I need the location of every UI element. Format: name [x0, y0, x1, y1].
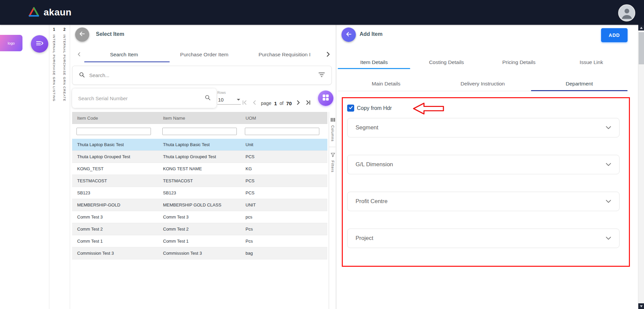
subtab-label: Delivery Instruction [461, 81, 505, 87]
topbar: akaun [0, 0, 644, 25]
item-details-subtabs: Main Details Delivery Instruction Depart… [338, 76, 628, 91]
last-page-icon[interactable] [305, 99, 312, 108]
tab-label: Item Details [360, 59, 388, 65]
serial-number-search-box [72, 88, 216, 108]
serial-number-input[interactable] [77, 95, 204, 102]
cell-item-code: Comm Test 1 [72, 235, 158, 247]
subtab-main-details[interactable]: Main Details [338, 76, 434, 91]
table-row[interactable]: SB123 SB123 PCS [72, 187, 327, 199]
of-word: of [280, 101, 284, 106]
sidebar-collapse-button[interactable] [31, 35, 48, 53]
copy-from-hdr-checkbox[interactable] [347, 105, 354, 112]
field-label: Profit Centre [356, 198, 387, 205]
filter-list-icon[interactable] [318, 71, 325, 79]
tab-costing-details[interactable]: Costing Details [410, 56, 483, 69]
annotation-arrow-icon [412, 102, 445, 117]
cell-item-code: Comm Test 3 [72, 211, 158, 223]
select-item-back-button[interactable] [75, 27, 89, 42]
table-row[interactable]: MEMBERSHIP-GOLD MEMBERSHIP GOLD CLASS UN… [72, 199, 327, 211]
brand-triangle-icon [28, 7, 40, 18]
column-header-item-code[interactable]: Item Code [72, 112, 158, 124]
workspace-tab-label: INTERNAL PURCHASE GRN CREATE [63, 35, 66, 102]
tab-item-details[interactable]: Item Details [338, 56, 410, 69]
next-page-icon[interactable] [294, 99, 302, 108]
cell-item-code: Comm Test 2 [72, 223, 158, 235]
filters-rail-label[interactable]: Filters [331, 161, 335, 173]
field-label: Project [356, 235, 373, 242]
check-icon [348, 105, 353, 111]
search-icon [78, 71, 85, 79]
table-row[interactable]: Comm Test 3 Comm Test 3 pcs [72, 211, 327, 223]
add-item-tabs: Item Details Costing Details Pricing Det… [338, 56, 628, 69]
total-pages: 70 [286, 101, 292, 106]
column-header-uom[interactable]: UOM [240, 112, 327, 124]
add-button[interactable]: ADD [601, 28, 628, 42]
cell-item-code: Commission Test 3 [72, 247, 158, 259]
tab-search-item[interactable]: Search Item [84, 47, 164, 62]
profit-centre-dropdown[interactable]: Profit Centre [347, 192, 620, 211]
tabs-scroll-left-icon[interactable] [76, 51, 83, 59]
scroll-down-icon[interactable] [638, 303, 644, 309]
tab-label: Purchase Order Item [180, 52, 228, 58]
active-tab-underline [84, 61, 170, 62]
table-row[interactable]: Comm Test 1 Comm Test 1 Pcs [72, 235, 327, 247]
tab-purchase-requisition-item[interactable]: Purchase Requisition I [245, 47, 325, 62]
first-page-icon[interactable] [241, 99, 248, 108]
page-scrollbar[interactable] [638, 25, 644, 309]
gl-dimension-dropdown[interactable]: G/L Dimension [347, 155, 620, 174]
table-filter-row [72, 124, 327, 139]
rows-per-page-select[interactable]: Rows 10 [217, 91, 241, 105]
add-item-back-button[interactable] [341, 27, 356, 42]
workspace-tab-grn-listing[interactable]: 1 INTERNAL PURCHASE GRN LISTING [49, 25, 59, 309]
table-row[interactable]: Comm Test 2 Comm Test 2 Pcs [72, 223, 327, 235]
columns-rail-label[interactable]: Columns [331, 125, 335, 141]
cell-uom: pcs [240, 211, 327, 223]
tab-label: Purchase Requisition I [259, 52, 311, 58]
cell-item-code: Thuta Laptop Basic Test [72, 139, 158, 150]
filter-input-item-name[interactable] [162, 128, 237, 135]
prev-page-icon[interactable] [251, 99, 258, 108]
filter-input-uom[interactable] [245, 128, 319, 135]
chevron-down-icon [606, 162, 611, 168]
scrollbar-thumb[interactable] [639, 32, 644, 64]
tab-label: Costing Details [429, 59, 464, 65]
brand[interactable]: akaun [28, 7, 71, 18]
table-row[interactable]: Thuta Laptop Basic Test Thuta Laptop Bas… [72, 139, 327, 151]
item-search-input[interactable] [89, 72, 318, 78]
subtab-delivery-instruction[interactable]: Delivery Instruction [434, 76, 531, 91]
cell-item-name: Thuta Laptop Grouped Test [158, 151, 240, 163]
subtab-department[interactable]: Department [531, 76, 628, 91]
project-dropdown[interactable]: Project [347, 229, 620, 248]
tab-purchase-order-item[interactable]: Purchase Order Item [164, 47, 244, 62]
table-row[interactable]: Commission Test 3 Commisssion Test 3 bag [72, 247, 327, 259]
columns-icon[interactable] [331, 117, 335, 123]
chevron-down-icon [606, 235, 611, 241]
tab-label: Issue Link [580, 59, 603, 65]
tabs-scroll-right-icon[interactable] [324, 50, 332, 60]
segment-dropdown[interactable]: Segment [347, 118, 620, 137]
arrow-back-icon [345, 30, 353, 39]
workspace-tab-label: INTERNAL PURCHASE GRN LISTING [52, 35, 56, 102]
field-label: Segment [356, 124, 378, 131]
brand-name: akaun [44, 7, 71, 18]
tab-label: Pricing Details [502, 59, 535, 65]
subtab-label: Main Details [372, 81, 400, 87]
cell-item-name: TESTMACOST [158, 175, 240, 187]
tab-issue-link[interactable]: Issue Link [555, 56, 628, 69]
table-body: Thuta Laptop Basic Test Thuta Laptop Bas… [72, 139, 327, 259]
table-row[interactable]: Thuta Laptop Grouped Test Thuta Laptop G… [72, 151, 327, 163]
table-row[interactable]: TESTMACOST TESTMACOST PCS [72, 175, 327, 187]
table-row[interactable]: KONG_TEST KONG TEST NAME KG [72, 163, 327, 175]
scroll-up-icon[interactable] [638, 25, 644, 30]
filter-input-item-code[interactable] [76, 128, 151, 135]
cell-uom: PCS [240, 187, 327, 199]
column-header-item-name[interactable]: Item Name [158, 112, 240, 124]
grid-view-button[interactable] [318, 90, 333, 106]
filters-funnel-icon[interactable] [331, 152, 335, 159]
tab-pricing-details[interactable]: Pricing Details [483, 56, 555, 69]
workspace-tab-grn-create[interactable]: 2 INTERNAL PURCHASE GRN CREATE [59, 25, 70, 309]
user-avatar[interactable] [618, 4, 635, 21]
cell-item-code: Thuta Laptop Grouped Test [72, 151, 158, 163]
chevron-down-icon [606, 125, 611, 131]
serial-search-icon[interactable] [204, 94, 211, 102]
